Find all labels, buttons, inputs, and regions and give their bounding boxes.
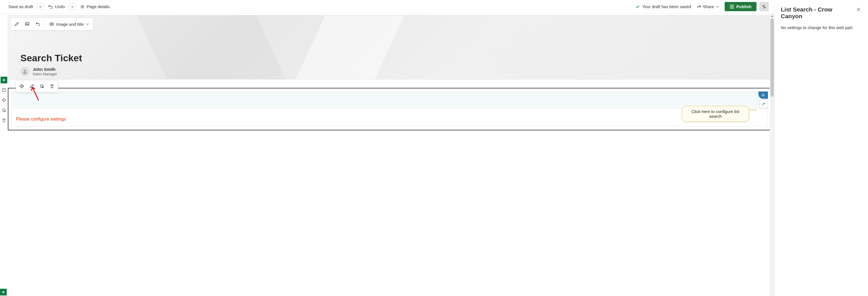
canvas: Image and title Search Ticket John Smith…: [0, 14, 774, 296]
webpart-toolbar: [16, 80, 58, 92]
title-layout-label: Image and title: [56, 22, 84, 27]
webpart-duplicate-button[interactable]: [37, 81, 47, 91]
gear-icon: [80, 4, 85, 9]
avatar[interactable]: [21, 67, 29, 76]
checkmark-icon: [636, 4, 640, 9]
title-layout-dropdown[interactable]: Image and title: [47, 19, 92, 29]
configure-wrench-button[interactable]: [760, 100, 768, 108]
share-button[interactable]: Share: [694, 2, 722, 10]
author-name: John Smith: [33, 67, 57, 72]
property-pane: List Search - Crow Canyon No settings to…: [774, 0, 868, 296]
svg-point-10: [763, 95, 764, 96]
undo-button[interactable]: Undo: [45, 2, 68, 11]
wrench-icon: [761, 102, 766, 107]
page-details-button[interactable]: Page details: [77, 2, 113, 11]
gear-icon: [761, 93, 766, 97]
title-edit-button[interactable]: [12, 19, 22, 29]
webpart-settings-badge[interactable]: [758, 91, 768, 99]
vertical-scrollbar[interactable]: ▲: [770, 14, 774, 296]
configure-callout: Click here to configure list search: [682, 106, 749, 122]
saved-status-label: Your draft has been saved: [642, 4, 691, 9]
svg-rect-9: [40, 85, 43, 87]
svg-rect-3: [2, 89, 6, 91]
publish-label: Publish: [736, 4, 751, 9]
chevron-down-icon: [39, 5, 42, 8]
svg-point-8: [24, 70, 26, 72]
plus-icon: [2, 78, 6, 82]
trash-icon: [2, 118, 6, 123]
edit-section-icon: [2, 88, 6, 92]
svg-rect-4: [2, 109, 5, 111]
move-icon: [2, 98, 6, 102]
add-section-button-bottom[interactable]: [0, 289, 7, 295]
webpart-edit-button[interactable]: [27, 81, 37, 91]
save-as-draft-button[interactable]: Save as draft: [6, 2, 36, 10]
rail-duplicate-button[interactable]: [1, 107, 7, 114]
plus-icon: [1, 290, 5, 294]
scroll-up-arrow[interactable]: ▲: [770, 14, 774, 18]
share-label: Share: [703, 4, 714, 9]
panel-title: List Search - Crow Canyon: [781, 6, 855, 20]
share-icon: [697, 4, 701, 9]
webpart-move-button[interactable]: [17, 81, 27, 91]
close-icon: [856, 7, 861, 12]
duplicate-icon: [2, 108, 6, 112]
title-area[interactable]: Image and title Search Ticket John Smith…: [8, 15, 772, 79]
save-draft-chevron[interactable]: [37, 4, 44, 10]
pencil-icon: [14, 22, 19, 27]
list-search-webpart: Click here to configure list search Plea…: [12, 92, 768, 127]
undo-icon: [48, 4, 53, 9]
svg-point-0: [82, 6, 83, 7]
title-image-button[interactable]: [22, 19, 32, 29]
undo-chevron[interactable]: [69, 4, 76, 10]
callout-text: Click here to configure list search: [691, 109, 739, 118]
publish-button[interactable]: Publish: [725, 2, 756, 11]
author-role: Sales Manager: [33, 72, 57, 76]
chevron-down-icon: [86, 22, 89, 26]
reset-icon: [35, 22, 40, 27]
saved-status: Your draft has been saved: [636, 4, 691, 9]
image-icon: [25, 22, 30, 27]
webpart-delete-button[interactable]: [47, 81, 57, 91]
command-bar: Save as draft Undo Page details: [0, 0, 774, 14]
chevron-down-icon: [716, 5, 719, 8]
collapse-icon: [762, 4, 766, 9]
rail-edit-button[interactable]: [1, 87, 7, 93]
rail-move-button[interactable]: [1, 97, 7, 104]
section-rail: [0, 14, 8, 296]
author-block: John Smith Sales Manager: [21, 67, 57, 76]
panel-close-button[interactable]: [855, 6, 862, 13]
panel-body-text: No settings to change for this web part.: [781, 25, 862, 30]
scroll-thumb[interactable]: [771, 19, 774, 97]
rail-delete-button[interactable]: [1, 117, 7, 124]
duplicate-icon: [40, 84, 44, 88]
title-area-toolbar: Image and title: [10, 18, 93, 30]
layout-icon: [50, 22, 54, 26]
trash-icon: [50, 84, 54, 88]
page-details-label: Page details: [87, 4, 110, 9]
title-reset-button[interactable]: [33, 19, 43, 29]
webpart-header-bar: [12, 92, 767, 109]
collapse-panel-button[interactable]: [759, 2, 769, 11]
add-section-button-top[interactable]: [1, 77, 7, 83]
person-icon: [22, 69, 28, 74]
webpart-selection[interactable]: Click here to configure list search Plea…: [8, 88, 772, 130]
move-icon: [20, 84, 24, 88]
chevron-down-icon: [71, 5, 74, 8]
page-title[interactable]: Search Ticket: [21, 53, 82, 63]
svg-rect-2: [732, 5, 734, 8]
svg-rect-1: [730, 5, 732, 8]
page-icon: [730, 4, 734, 9]
undo-label: Undo: [55, 4, 65, 9]
save-as-draft-label: Save as draft: [8, 4, 33, 9]
pencil-icon: [30, 84, 34, 88]
webpart-error-message: Please configure settings: [12, 109, 767, 122]
